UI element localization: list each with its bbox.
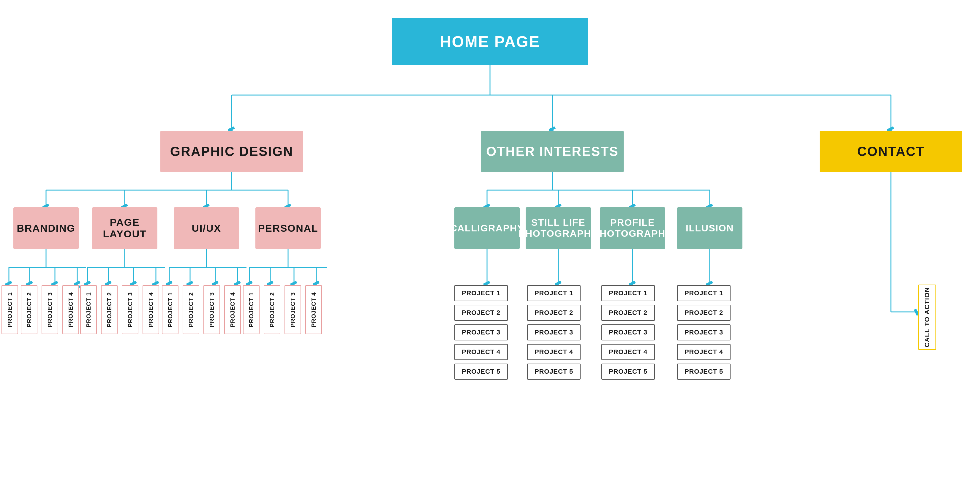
page-layout-project-4[interactable]: PROJECT 4 xyxy=(143,285,159,334)
illusion-project-5[interactable]: PROJECT 5 xyxy=(677,363,730,379)
branding-project-3[interactable]: PROJECT 3 xyxy=(41,285,58,334)
calligraphy-project-3[interactable]: PROJECT 3 xyxy=(454,324,508,340)
profile-project-1[interactable]: PROJECT 1 xyxy=(601,285,655,301)
page-layout-project-2[interactable]: PROJECT 2 xyxy=(101,285,118,334)
calligraphy-project-5[interactable]: PROJECT 5 xyxy=(454,363,508,379)
page-layout-project-1[interactable]: PROJECT 1 xyxy=(80,285,97,334)
page-layout-node[interactable]: PAGE LAYOUT xyxy=(92,207,158,249)
calligraphy-project-2[interactable]: PROJECT 2 xyxy=(454,305,508,321)
personal-project-3[interactable]: PROJECT 3 xyxy=(285,285,301,334)
personal-project-1[interactable]: PROJECT 1 xyxy=(243,285,259,334)
ui-ux-node[interactable]: UI/UX xyxy=(174,207,239,249)
page-layout-project-3[interactable]: PROJECT 3 xyxy=(122,285,138,334)
profile-project-4[interactable]: PROJECT 4 xyxy=(601,344,655,360)
ui-ux-project-4[interactable]: PROJECT 4 xyxy=(224,285,241,334)
illusion-project-1[interactable]: PROJECT 1 xyxy=(677,285,730,301)
ui-ux-project-3[interactable]: PROJECT 3 xyxy=(204,285,220,334)
calligraphy-project-1[interactable]: PROJECT 1 xyxy=(454,285,508,301)
calligraphy-node[interactable]: CALLIGRAPHY xyxy=(454,207,520,249)
other-interests-node[interactable]: OTHER INTERESTS xyxy=(481,131,624,172)
illusion-node[interactable]: ILLUSION xyxy=(677,207,743,249)
profile-project-3[interactable]: PROJECT 3 xyxy=(601,324,655,340)
branding-project-4[interactable]: PROJECT 4 xyxy=(62,285,79,334)
still-life-project-4[interactable]: PROJECT 4 xyxy=(527,344,581,360)
call-to-action-node[interactable]: CALL TO ACTION xyxy=(918,285,936,350)
illusion-project-4[interactable]: PROJECT 4 xyxy=(677,344,730,360)
still-life-project-3[interactable]: PROJECT 3 xyxy=(527,324,581,340)
profile-photo-node[interactable]: PROFILE PHOTOGRAPHY xyxy=(600,207,665,249)
branding-project-2[interactable]: PROJECT 2 xyxy=(21,285,37,334)
branding-project-1[interactable]: PROJECT 1 xyxy=(2,285,18,334)
profile-project-5[interactable]: PROJECT 5 xyxy=(601,363,655,379)
illusion-project-3[interactable]: PROJECT 3 xyxy=(677,324,730,340)
contact-node[interactable]: CONTACT xyxy=(819,131,962,172)
site-map-diagram: HOME PAGE GRAPHIC DESIGN OTHER INTERESTS… xyxy=(0,0,980,483)
personal-node[interactable]: PERSONAL xyxy=(255,207,321,249)
personal-project-2[interactable]: PROJECT 2 xyxy=(264,285,280,334)
ui-ux-project-1[interactable]: PROJECT 1 xyxy=(162,285,178,334)
profile-project-2[interactable]: PROJECT 2 xyxy=(601,305,655,321)
graphic-design-node[interactable]: GRAPHIC DESIGN xyxy=(161,131,303,172)
calligraphy-project-4[interactable]: PROJECT 4 xyxy=(454,344,508,360)
still-life-node[interactable]: STILL LIFE PHOTOGRAPHY xyxy=(526,207,591,249)
branding-node[interactable]: BRANDING xyxy=(13,207,79,249)
home-page-node[interactable]: HOME PAGE xyxy=(392,18,588,65)
ui-ux-project-2[interactable]: PROJECT 2 xyxy=(183,285,199,334)
still-life-project-1[interactable]: PROJECT 1 xyxy=(527,285,581,301)
still-life-project-2[interactable]: PROJECT 2 xyxy=(527,305,581,321)
still-life-project-5[interactable]: PROJECT 5 xyxy=(527,363,581,379)
personal-project-4[interactable]: PROJECT 4 xyxy=(305,285,322,334)
illusion-project-2[interactable]: PROJECT 2 xyxy=(677,305,730,321)
